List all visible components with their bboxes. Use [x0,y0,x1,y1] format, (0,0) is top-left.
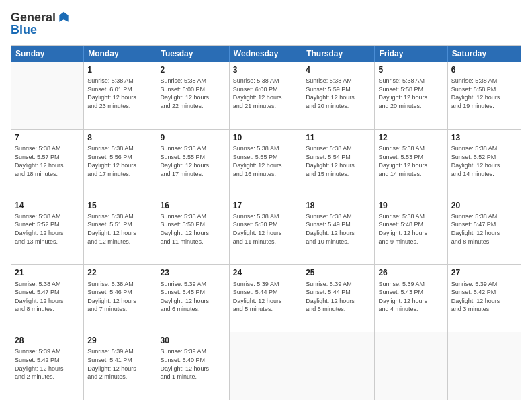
day-number: 8 [87,132,152,143]
day-number: 9 [161,132,226,143]
logo-icon [57,11,71,24]
day-details: Sunrise: 5:39 AMSunset: 5:42 PMDaylight:… [15,347,80,381]
calendar-cell: 24Sunrise: 5:39 AMSunset: 5:44 PMDayligh… [230,265,302,332]
day-details: Sunrise: 5:38 AMSunset: 5:49 PMDaylight:… [306,212,371,246]
day-details: Sunrise: 5:39 AMSunset: 5:44 PMDaylight:… [306,280,371,314]
day-number: 21 [15,267,80,278]
calendar-cell: 23Sunrise: 5:39 AMSunset: 5:45 PMDayligh… [157,265,230,332]
calendar-cell: 30Sunrise: 5:39 AMSunset: 5:40 PMDayligh… [157,332,230,400]
weekday-header: Monday [84,46,157,62]
calendar-cell: 9Sunrise: 5:38 AMSunset: 5:55 PMDaylight… [157,130,230,197]
day-number: 25 [306,267,371,278]
calendar-cell: 1Sunrise: 5:38 AMSunset: 6:01 PMDaylight… [84,62,157,129]
calendar-cell: 25Sunrise: 5:39 AMSunset: 5:44 PMDayligh… [302,265,375,332]
day-details: Sunrise: 5:39 AMSunset: 5:42 PMDaylight:… [451,280,517,314]
calendar-cell: 10Sunrise: 5:38 AMSunset: 5:55 PMDayligh… [230,130,302,197]
day-number: 16 [161,200,226,211]
day-number: 26 [378,267,443,278]
calendar-body: 1Sunrise: 5:38 AMSunset: 6:01 PMDaylight… [11,62,521,400]
day-details: Sunrise: 5:38 AMSunset: 5:58 PMDaylight:… [378,77,443,110]
calendar-cell: 19Sunrise: 5:38 AMSunset: 5:48 PMDayligh… [375,197,447,265]
logo: General Blue [11,11,71,37]
calendar-cell: 17Sunrise: 5:38 AMSunset: 5:50 PMDayligh… [230,197,302,265]
calendar-cell: 27Sunrise: 5:39 AMSunset: 5:42 PMDayligh… [448,265,521,332]
page: General Blue SundayMondayTuesdayWednesda… [0,0,532,411]
day-details: Sunrise: 5:39 AMSunset: 5:43 PMDaylight:… [378,280,443,314]
weekday-header: Friday [375,46,447,62]
weekday-header: Sunday [11,46,84,62]
day-details: Sunrise: 5:38 AMSunset: 5:51 PMDaylight:… [87,212,152,246]
calendar-cell: 7Sunrise: 5:38 AMSunset: 5:57 PMDaylight… [11,130,84,197]
day-details: Sunrise: 5:38 AMSunset: 5:59 PMDaylight:… [306,77,371,110]
day-details: Sunrise: 5:39 AMSunset: 5:44 PMDaylight:… [233,280,298,314]
calendar-cell [302,332,375,400]
day-details: Sunrise: 5:38 AMSunset: 5:54 PMDaylight:… [306,144,371,178]
day-number: 5 [378,64,443,75]
calendar-cell: 26Sunrise: 5:39 AMSunset: 5:43 PMDayligh… [375,265,447,332]
day-number: 11 [306,132,371,143]
day-number: 3 [233,64,298,75]
logo-blue: Blue [11,23,71,37]
day-number: 13 [451,132,517,143]
calendar-cell: 14Sunrise: 5:38 AMSunset: 5:52 PMDayligh… [11,197,84,265]
day-details: Sunrise: 5:38 AMSunset: 5:58 PMDaylight:… [451,77,517,110]
calendar-cell: 4Sunrise: 5:38 AMSunset: 5:59 PMDaylight… [302,62,375,129]
calendar-cell [230,332,302,400]
weekday-header: Wednesday [230,46,302,62]
calendar-row: 21Sunrise: 5:38 AMSunset: 5:47 PMDayligh… [11,265,521,332]
day-number: 23 [161,267,226,278]
day-details: Sunrise: 5:38 AMSunset: 5:57 PMDaylight:… [15,144,80,178]
calendar-cell: 28Sunrise: 5:39 AMSunset: 5:42 PMDayligh… [11,332,84,400]
calendar-row: 28Sunrise: 5:39 AMSunset: 5:42 PMDayligh… [11,332,521,400]
day-number: 24 [233,267,298,278]
calendar-cell [375,332,447,400]
weekday-header: Tuesday [157,46,230,62]
day-number: 27 [451,267,517,278]
day-number: 22 [87,267,152,278]
calendar-cell: 29Sunrise: 5:39 AMSunset: 5:41 PMDayligh… [84,332,157,400]
day-details: Sunrise: 5:38 AMSunset: 5:46 PMDaylight:… [87,280,152,314]
calendar-cell: 13Sunrise: 5:38 AMSunset: 5:52 PMDayligh… [448,130,521,197]
day-details: Sunrise: 5:39 AMSunset: 5:41 PMDaylight:… [87,347,152,381]
day-number: 17 [233,200,298,211]
day-number: 19 [378,200,443,211]
header: General Blue [11,11,521,37]
calendar-cell: 21Sunrise: 5:38 AMSunset: 5:47 PMDayligh… [11,265,84,332]
day-details: Sunrise: 5:38 AMSunset: 5:52 PMDaylight:… [15,212,80,246]
calendar-cell: 18Sunrise: 5:38 AMSunset: 5:49 PMDayligh… [302,197,375,265]
day-number: 18 [306,200,371,211]
day-number: 15 [87,200,152,211]
day-details: Sunrise: 5:38 AMSunset: 6:00 PMDaylight:… [233,77,298,110]
day-details: Sunrise: 5:38 AMSunset: 6:01 PMDaylight:… [87,77,152,110]
day-number: 30 [161,335,226,346]
day-details: Sunrise: 5:39 AMSunset: 5:45 PMDaylight:… [161,280,226,314]
day-number: 4 [306,64,371,75]
day-details: Sunrise: 5:38 AMSunset: 5:56 PMDaylight:… [87,144,152,178]
calendar-header: SundayMondayTuesdayWednesdayThursdayFrid… [11,46,521,62]
calendar-row: 7Sunrise: 5:38 AMSunset: 5:57 PMDaylight… [11,130,521,197]
day-number: 20 [451,200,517,211]
calendar-row: 14Sunrise: 5:38 AMSunset: 5:52 PMDayligh… [11,197,521,265]
day-details: Sunrise: 5:39 AMSunset: 5:40 PMDaylight:… [161,347,226,381]
day-details: Sunrise: 5:38 AMSunset: 5:50 PMDaylight:… [233,212,298,246]
calendar-cell: 8Sunrise: 5:38 AMSunset: 5:56 PMDaylight… [84,130,157,197]
day-number: 10 [233,132,298,143]
day-details: Sunrise: 5:38 AMSunset: 5:53 PMDaylight:… [378,144,443,178]
day-number: 12 [378,132,443,143]
calendar-cell: 16Sunrise: 5:38 AMSunset: 5:50 PMDayligh… [157,197,230,265]
calendar: SundayMondayTuesdayWednesdayThursdayFrid… [11,45,521,400]
calendar-cell [448,332,521,400]
day-details: Sunrise: 5:38 AMSunset: 6:00 PMDaylight:… [161,77,226,110]
day-details: Sunrise: 5:38 AMSunset: 5:47 PMDaylight:… [451,212,517,246]
day-number: 29 [87,335,152,346]
calendar-cell: 11Sunrise: 5:38 AMSunset: 5:54 PMDayligh… [302,130,375,197]
calendar-cell: 3Sunrise: 5:38 AMSunset: 6:00 PMDaylight… [230,62,302,129]
calendar-cell: 2Sunrise: 5:38 AMSunset: 6:00 PMDaylight… [157,62,230,129]
weekday-header: Saturday [448,46,521,62]
day-details: Sunrise: 5:38 AMSunset: 5:55 PMDaylight:… [233,144,298,178]
calendar-cell: 20Sunrise: 5:38 AMSunset: 5:47 PMDayligh… [448,197,521,265]
day-details: Sunrise: 5:38 AMSunset: 5:52 PMDaylight:… [451,144,517,178]
day-number: 7 [15,132,80,143]
calendar-cell: 12Sunrise: 5:38 AMSunset: 5:53 PMDayligh… [375,130,447,197]
day-number: 14 [15,200,80,211]
